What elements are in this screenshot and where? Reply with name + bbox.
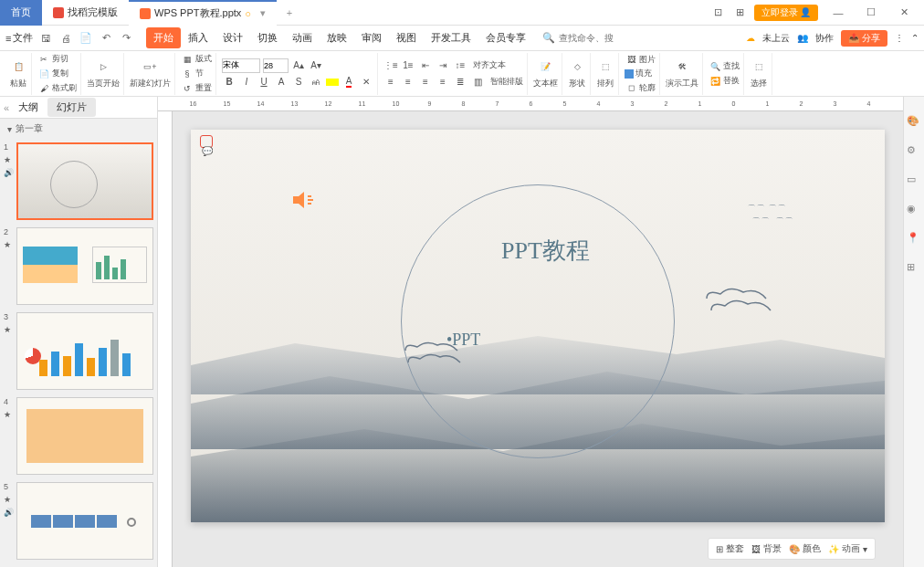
command-search-input[interactable] bbox=[559, 33, 614, 43]
st-full-button[interactable]: ⊞整套 bbox=[716, 542, 744, 555]
tab-review[interactable]: 审阅 bbox=[354, 27, 389, 48]
arrange-button[interactable]: ⬚排列 bbox=[596, 58, 614, 89]
maximize-button[interactable]: ☐ bbox=[858, 0, 884, 26]
fill-button[interactable]: 填充 bbox=[625, 68, 656, 79]
rail-template-icon[interactable]: ▭ bbox=[907, 173, 921, 188]
format-painter-button[interactable]: 🖌格式刷 bbox=[37, 82, 77, 95]
ribbon-collapse-icon[interactable]: ⌃ bbox=[911, 33, 919, 43]
tab-animation[interactable]: 动画 bbox=[285, 27, 320, 48]
qat-undo-icon[interactable]: ↶ bbox=[99, 31, 113, 46]
clear-fmt-button[interactable]: ✕ bbox=[359, 75, 373, 89]
thumb-3[interactable] bbox=[16, 312, 153, 390]
new-slide-button[interactable]: ▭+ 新建幻灯片 bbox=[130, 58, 171, 89]
file-menu[interactable]: ≡ 文件 bbox=[5, 31, 33, 45]
outline-button[interactable]: ◻轮廓 bbox=[625, 81, 656, 94]
play-button[interactable]: ▷ 当页开始 bbox=[87, 58, 120, 89]
close-button[interactable]: ✕ bbox=[891, 0, 917, 26]
minimize-button[interactable]: — bbox=[825, 0, 851, 26]
st-anim-button[interactable]: ✨动画▾ bbox=[828, 542, 867, 555]
share-button[interactable]: 📤 分享 bbox=[841, 30, 887, 47]
st-bg-button[interactable]: 🖼背景 bbox=[751, 542, 782, 555]
qat-preview-icon[interactable]: 📄 bbox=[79, 31, 93, 46]
align-center-button[interactable]: ≡ bbox=[401, 75, 415, 89]
font-size-select[interactable] bbox=[263, 58, 289, 73]
sub-button[interactable]: 🗚 bbox=[309, 75, 323, 89]
tb-grid-icon[interactable]: ⊞ bbox=[732, 5, 747, 20]
daotu-tab[interactable]: 找稻完模版 bbox=[42, 0, 129, 26]
thumb-1[interactable] bbox=[16, 142, 153, 220]
columns-button[interactable]: ▥ bbox=[470, 75, 485, 89]
justify-button[interactable]: ≡ bbox=[436, 75, 450, 89]
slide-title[interactable]: PPT教程 bbox=[501, 235, 590, 267]
thumb-5[interactable] bbox=[16, 482, 153, 560]
bullets-button[interactable]: ⋮≡ bbox=[383, 58, 398, 73]
smart-layout-button[interactable]: 智能排版 bbox=[490, 76, 523, 88]
rail-settings-icon[interactable]: ⚙ bbox=[907, 144, 921, 159]
shapes-button[interactable]: ◇形状 bbox=[568, 58, 586, 89]
tab-slideshow[interactable]: 放映 bbox=[320, 27, 354, 48]
rail-location-icon[interactable]: 📍 bbox=[907, 232, 921, 247]
select-button[interactable]: ⬚选择 bbox=[750, 58, 768, 89]
cloud-icon[interactable]: ☁ bbox=[746, 33, 755, 43]
section-button[interactable]: §节 bbox=[181, 68, 212, 80]
rail-more-icon[interactable]: ⊞ bbox=[907, 261, 921, 276]
tab-dev[interactable]: 开发工具 bbox=[424, 27, 478, 48]
bg-icon: 🖼 bbox=[751, 544, 761, 554]
underline-button[interactable]: U bbox=[257, 75, 271, 89]
inc-font-icon[interactable]: A▴ bbox=[291, 58, 306, 73]
tab-design[interactable]: 设计 bbox=[215, 27, 250, 48]
qat-print-icon[interactable]: 🖨 bbox=[58, 31, 73, 46]
close-tab-icon[interactable]: ▾ bbox=[260, 7, 266, 19]
login-button[interactable]: 立即登录👤 bbox=[754, 5, 818, 21]
slide-canvas[interactable]: 💬 PPT教程 •PPT ⌒⌒ ⌒⌒ bbox=[191, 130, 885, 522]
align-left-button[interactable]: ≡ bbox=[383, 75, 398, 89]
tab-view[interactable]: 视图 bbox=[389, 27, 424, 48]
tab-member[interactable]: 会员专享 bbox=[478, 27, 533, 48]
more-icon[interactable]: ⋮ bbox=[895, 33, 904, 43]
section-header[interactable]: ▾第一章 bbox=[0, 119, 157, 139]
layout-button[interactable]: ▦版式 bbox=[181, 53, 212, 66]
font-family-select[interactable] bbox=[222, 58, 260, 73]
replace-button[interactable]: 🔁替换 bbox=[709, 75, 740, 88]
indent-dec-button[interactable]: ⇤ bbox=[418, 58, 433, 73]
italic-button[interactable]: I bbox=[239, 75, 254, 89]
new-tab-button[interactable]: + bbox=[277, 7, 302, 18]
strike2-button[interactable]: S bbox=[291, 75, 306, 89]
strike-button[interactable]: A bbox=[274, 75, 289, 89]
thumb-2[interactable] bbox=[16, 227, 153, 305]
comment-bubble-icon[interactable]: 💬 bbox=[202, 146, 213, 156]
tools-button[interactable]: 🛠演示工具 bbox=[666, 58, 698, 89]
paste-button[interactable]: 📋 粘贴 bbox=[9, 58, 27, 89]
slides-tab[interactable]: 幻灯片 bbox=[47, 98, 96, 117]
qat-redo-icon[interactable]: ↷ bbox=[119, 31, 133, 46]
tab-start[interactable]: 开始 bbox=[146, 27, 181, 48]
thumb-4[interactable] bbox=[16, 397, 153, 475]
rail-style-icon[interactable]: 🎨 bbox=[907, 115, 921, 130]
qat-save-icon[interactable]: 🖫 bbox=[38, 31, 53, 46]
textbox-button[interactable]: 📝文本框 bbox=[533, 58, 558, 89]
highlight-button[interactable] bbox=[326, 79, 339, 86]
numbering-button[interactable]: 1≡ bbox=[401, 58, 415, 73]
find-button[interactable]: 🔍查找 bbox=[709, 60, 740, 73]
distribute-button[interactable]: ≣ bbox=[453, 75, 467, 89]
tab-transition[interactable]: 切换 bbox=[250, 27, 285, 48]
align-right-button[interactable]: ≡ bbox=[418, 75, 433, 89]
copy-button[interactable]: 📄复制 bbox=[37, 68, 77, 80]
home-tab[interactable]: 首页 bbox=[0, 0, 42, 26]
bold-button[interactable]: B bbox=[222, 75, 236, 89]
indent-inc-button[interactable]: ⇥ bbox=[436, 58, 450, 73]
tab-insert[interactable]: 插入 bbox=[181, 27, 215, 48]
st-color-button[interactable]: 🎨颜色 bbox=[789, 542, 821, 555]
dec-font-icon[interactable]: A▾ bbox=[309, 58, 323, 73]
cut-button[interactable]: ✂剪切 bbox=[37, 53, 77, 66]
document-tab[interactable]: WPS PPT教程.pptx ○ ▾ bbox=[129, 0, 277, 26]
speaker-icon[interactable] bbox=[291, 189, 317, 213]
pic-button[interactable]: 🖼图片 bbox=[625, 53, 656, 66]
rail-material-icon[interactable]: ◉ bbox=[907, 203, 921, 217]
line-spacing-button[interactable]: ↕≡ bbox=[453, 58, 467, 73]
outline-tab[interactable]: 大纲 bbox=[9, 98, 47, 117]
font-color-button[interactable]: A bbox=[341, 75, 356, 89]
tb-icon-1[interactable]: ⊡ bbox=[710, 5, 725, 20]
reset-button[interactable]: ↺重置 bbox=[181, 82, 212, 95]
collab-icon[interactable]: 👥 bbox=[797, 33, 808, 43]
